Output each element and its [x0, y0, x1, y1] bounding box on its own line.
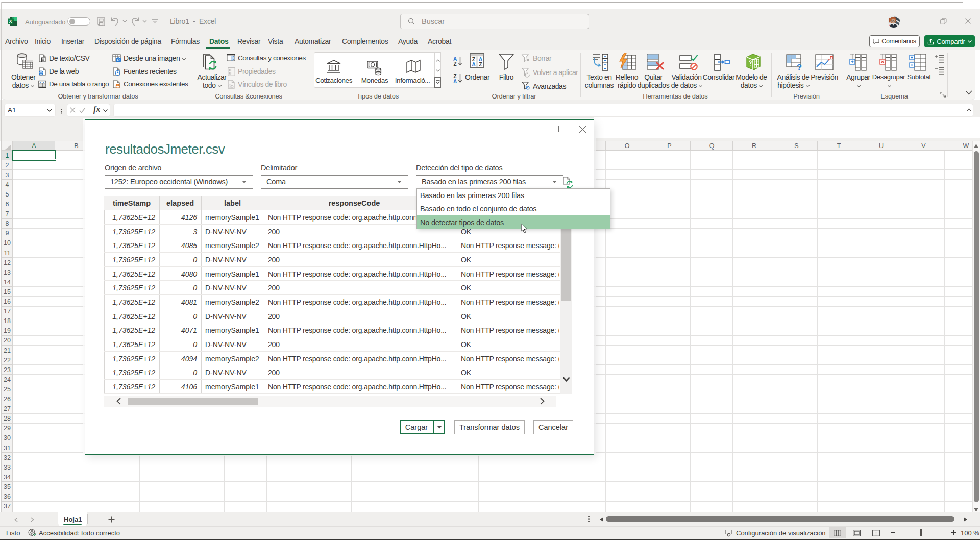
svg-text:Z: Z: [453, 73, 456, 79]
svg-text:?: ?: [797, 63, 802, 72]
svg-text:A: A: [472, 61, 476, 67]
svg-text:Z: Z: [479, 61, 482, 67]
svg-text:X: X: [9, 19, 12, 24]
svg-text:Z: Z: [453, 61, 456, 67]
svg-text:A: A: [453, 79, 457, 84]
svg-text:A: A: [453, 56, 457, 62]
